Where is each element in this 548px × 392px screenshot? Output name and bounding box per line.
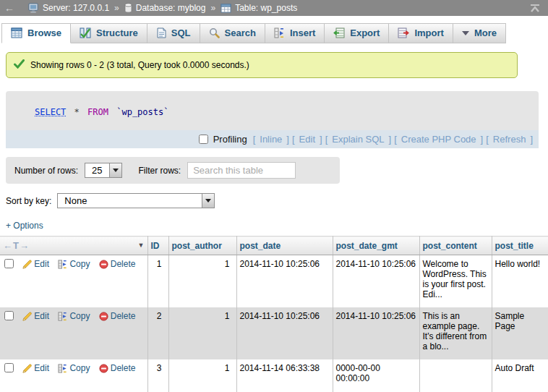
cell-post-author: 1 bbox=[168, 359, 236, 392]
sql-token-star: * bbox=[74, 107, 80, 117]
tab-label: Browse bbox=[27, 27, 61, 38]
table-icon bbox=[221, 4, 231, 13]
cell-post-date-gmt: 2014-11-10 10:25:06 bbox=[333, 307, 419, 359]
delete-label: Delete bbox=[111, 259, 136, 269]
edit-query-link[interactable]: Edit bbox=[299, 134, 315, 145]
tab-export[interactable]: Export bbox=[325, 23, 389, 43]
column-header-post-content[interactable]: post_content bbox=[419, 237, 492, 255]
delete-row-link[interactable]: Delete bbox=[99, 259, 136, 269]
explain-sql-link[interactable]: Explain SQL bbox=[332, 134, 384, 145]
edit-label: Edit bbox=[34, 311, 49, 321]
delete-label: Delete bbox=[111, 363, 136, 373]
sql-keyword-from: FROM bbox=[87, 107, 108, 117]
row-checkbox[interactable] bbox=[4, 311, 14, 320]
copy-label: Copy bbox=[69, 311, 90, 321]
bracket: ] bbox=[320, 134, 322, 145]
insert-icon bbox=[274, 27, 285, 38]
copy-row-link[interactable]: Copy bbox=[58, 363, 90, 373]
cell-post-date-gmt: 0000-00-00 00:00:00 bbox=[333, 359, 419, 392]
column-options-header[interactable]: ←T→ ▼ bbox=[0, 237, 147, 255]
sort-by-key-label: Sort by key: bbox=[6, 196, 51, 206]
tab-browse[interactable]: Browse bbox=[1, 23, 71, 43]
row-checkbox[interactable] bbox=[4, 363, 14, 372]
query-options-bar: Profiling [ Inline ] [ Edit ] [ Explain … bbox=[6, 130, 539, 148]
number-of-rows-select[interactable]: 25 bbox=[85, 163, 121, 178]
tab-sql[interactable]: SQL bbox=[147, 23, 200, 43]
filter-rows-input[interactable] bbox=[187, 162, 296, 179]
server-icon bbox=[28, 3, 39, 13]
edit-row-link[interactable]: Edit bbox=[22, 311, 49, 321]
column-header-post-date[interactable]: post_date bbox=[236, 237, 333, 255]
cell-post-author: 1 bbox=[168, 255, 236, 307]
copy-label: Copy bbox=[69, 363, 90, 373]
move-right-icon[interactable]: → bbox=[20, 240, 30, 251]
column-header-post-title[interactable]: post_title bbox=[492, 237, 548, 255]
table-row: Edit Copy Delete 2 1 2014-11-10 10:25:06… bbox=[0, 307, 548, 359]
cell-post-date: 2014-11-14 06:33:38 bbox=[236, 359, 333, 392]
cell-post-date-gmt: 2014-11-10 10:25:06 bbox=[333, 255, 419, 307]
breadcrumb-separator: » bbox=[114, 3, 119, 13]
bracket: ] bbox=[389, 134, 392, 145]
delete-row-link[interactable]: Delete bbox=[99, 363, 136, 373]
pencil-icon bbox=[22, 364, 32, 373]
pencil-icon bbox=[22, 260, 32, 269]
options-toggle-link[interactable]: + Options bbox=[6, 221, 43, 231]
select-dropdown-button[interactable] bbox=[109, 163, 121, 177]
edit-row-link[interactable]: Edit bbox=[22, 363, 49, 373]
export-icon bbox=[333, 27, 345, 38]
table-row: Edit Copy Delete 3 1 2014-11-14 06:33:38… bbox=[0, 359, 548, 392]
tab-more[interactable]: More bbox=[453, 23, 506, 43]
success-message-text: Showing rows 0 - 2 (3 total, Query took … bbox=[30, 60, 249, 70]
cell-id: 2 bbox=[147, 307, 168, 359]
tab-search[interactable]: Search bbox=[200, 23, 265, 43]
tab-label: More bbox=[474, 27, 497, 38]
tab-structure[interactable]: Structure bbox=[71, 23, 147, 43]
delete-label: Delete bbox=[111, 311, 136, 321]
row-actions: Edit Copy Delete bbox=[0, 255, 147, 307]
tab-label: Search bbox=[225, 27, 256, 38]
column-header-post-author[interactable]: post_author bbox=[168, 237, 236, 255]
browse-table-icon bbox=[11, 27, 22, 38]
refresh-link[interactable]: Refresh bbox=[493, 134, 526, 145]
row-checkbox[interactable] bbox=[4, 259, 14, 268]
edit-label: Edit bbox=[34, 259, 49, 269]
pencil-icon bbox=[22, 312, 32, 321]
breadcrumb-table[interactable]: Table: wp_posts bbox=[235, 3, 297, 13]
sql-keyword-select[interactable]: SELECT bbox=[35, 107, 66, 117]
breadcrumb-database[interactable]: Database: myblog bbox=[136, 3, 206, 13]
sort-by-key-select[interactable]: None bbox=[57, 193, 215, 208]
tab-label: Export bbox=[350, 27, 380, 38]
profiling-checkbox[interactable] bbox=[199, 135, 208, 144]
column-header-id[interactable]: ID bbox=[147, 237, 168, 255]
copy-row-link[interactable]: Copy bbox=[58, 311, 90, 321]
sort-dropdown-icon[interactable]: ▼ bbox=[138, 242, 145, 249]
back-arrow-icon[interactable]: ← bbox=[4, 2, 14, 14]
breadcrumb-server[interactable]: Server: 127.0.0.1 bbox=[43, 3, 109, 13]
collapse-icon[interactable] bbox=[529, 4, 541, 12]
success-message: Showing rows 0 - 2 (3 total, Query took … bbox=[6, 52, 518, 78]
column-t-icon: T bbox=[13, 240, 20, 251]
delete-row-link[interactable]: Delete bbox=[99, 311, 136, 321]
create-php-code-link[interactable]: Create PHP Code bbox=[401, 134, 476, 145]
breadcrumb: ← Server: 127.0.0.1 » Database: myblog »… bbox=[0, 0, 548, 16]
tab-insert[interactable]: Insert bbox=[265, 23, 325, 43]
copy-row-link[interactable]: Copy bbox=[58, 259, 90, 269]
cell-id: 1 bbox=[147, 255, 168, 307]
edit-label: Edit bbox=[34, 363, 49, 373]
move-left-icon[interactable]: ← bbox=[3, 240, 13, 251]
profiling-label: Profiling bbox=[213, 134, 247, 145]
edit-row-link[interactable]: Edit bbox=[22, 259, 49, 269]
delete-icon bbox=[99, 260, 108, 269]
inline-link[interactable]: Inline bbox=[260, 134, 282, 145]
table-header-row: ←T→ ▼ ID post_author post_date post_date… bbox=[0, 237, 548, 255]
bracket: [ bbox=[292, 134, 295, 145]
cell-post-title: Sample Page bbox=[492, 307, 548, 359]
bracket: [ bbox=[394, 134, 397, 145]
column-header-post-date-gmt[interactable]: post_date_gmt bbox=[333, 237, 419, 255]
tab-label: Insert bbox=[290, 27, 315, 38]
cell-post-content: Welcome to WordPress. This is your first… bbox=[419, 255, 492, 307]
number-of-rows-value: 25 bbox=[85, 165, 108, 176]
select-dropdown-button[interactable] bbox=[202, 194, 214, 208]
sql-query-text: SELECT * FROM `wp_posts` bbox=[6, 91, 539, 130]
tab-import[interactable]: Import bbox=[389, 23, 453, 43]
